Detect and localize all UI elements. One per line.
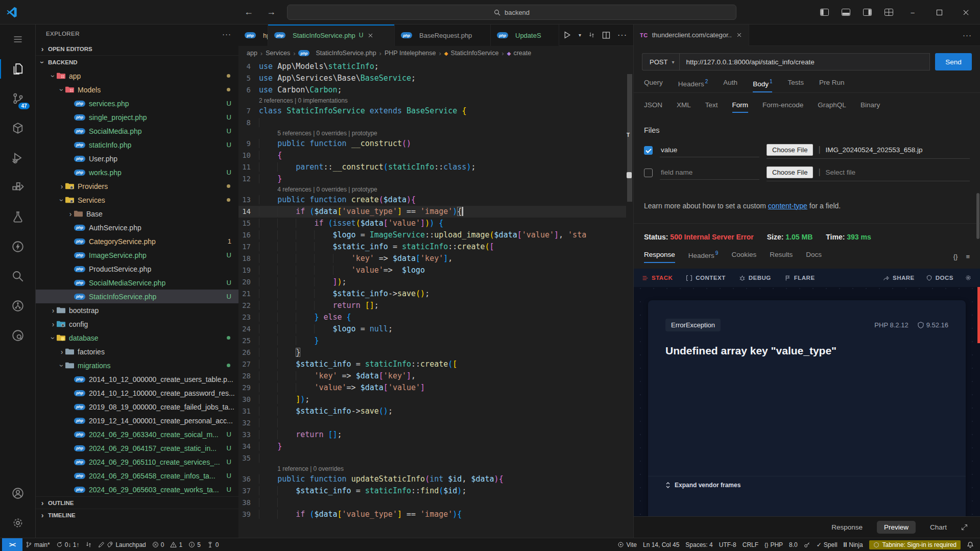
url-input[interactable]: http://127.0.0.1:8000/api/static_info/cr… — [679, 53, 930, 70]
split-editor-icon[interactable] — [602, 31, 610, 39]
maximize-button[interactable] — [928, 0, 950, 25]
field-name-input[interactable]: field name — [660, 166, 759, 180]
activity-settings-gear[interactable] — [0, 508, 36, 538]
tree-item[interactable]: ›factories — [36, 345, 238, 358]
activity-explorer[interactable] — [0, 54, 36, 84]
tree-item[interactable]: phpAuthService.php — [36, 221, 238, 234]
tree-item[interactable]: phpStaticInfoService.phpU — [36, 290, 238, 303]
content-type-link[interactable]: content-type — [768, 202, 807, 210]
codelens[interactable]: 5 references | 0 overrides | prototype — [238, 129, 626, 138]
editor-tab[interactable]: phpUpdateS — [491, 25, 559, 46]
statusbar-bell[interactable] — [964, 538, 977, 551]
code-line[interactable]: 24 $logo = null; — [238, 323, 626, 335]
code-line[interactable]: 5use App\Services\Base\BaseService; — [238, 73, 626, 84]
statusbar-branch[interactable]: main* — [22, 538, 53, 551]
statusbar-target[interactable]: Vite — [614, 538, 639, 551]
tree-item[interactable]: phpProductService.php — [36, 262, 238, 276]
statusbar-check[interactable]: ✓Spell — [814, 538, 841, 551]
remote-indicator[interactable]: >< — [2, 538, 22, 551]
tree-item[interactable]: ›Services — [36, 193, 238, 207]
code-line[interactable]: 17 $static_info = staticInfo::create([ — [238, 241, 626, 253]
code-line[interactable]: 34 } — [238, 441, 626, 452]
activity-extensions[interactable] — [0, 173, 36, 202]
code-line[interactable]: 26 } — [238, 347, 626, 358]
tree-item[interactable]: php2019_08_19_000000_create_failed_jobs_… — [36, 400, 238, 414]
run-dropdown-icon[interactable]: ▾ — [579, 32, 581, 38]
activity-package[interactable] — [0, 113, 36, 143]
activity-thunder-client[interactable] — [0, 232, 36, 261]
code-line[interactable]: 37 $static_info = staticInfo::find($id); — [238, 485, 626, 497]
code-line[interactable]: 11 parent::__construct(staticInfo::class… — [238, 161, 626, 173]
tree-item[interactable]: phpImageService.phpU — [36, 248, 238, 262]
code-line[interactable]: 32 — [238, 417, 626, 429]
code-line[interactable]: 39 if ($data['value_type'] == 'image'){ — [238, 509, 626, 520]
ignition-debug-tab[interactable]: DEBUG — [739, 275, 771, 281]
codelens[interactable]: 4 references | 0 overrides | prototype — [238, 185, 626, 194]
toggle-panel-icon[interactable] — [837, 5, 854, 20]
statusbar-info[interactable]: 5 — [185, 538, 204, 551]
tree-item[interactable]: ›app — [36, 69, 238, 83]
response-tab[interactable]: Docs — [806, 251, 822, 263]
tree-item[interactable]: ›database — [36, 331, 238, 345]
tree-item[interactable]: ›migrations — [36, 358, 238, 372]
code-line[interactable]: 7class StaticInfoService extends BaseSer… — [238, 105, 626, 117]
tree-item[interactable]: phpworks.phpU — [36, 165, 238, 179]
request-tab[interactable]: Query — [644, 79, 663, 92]
code-line[interactable]: 21 $static_info->save(); — [238, 288, 626, 300]
more-actions-button[interactable]: ··· — [617, 31, 627, 40]
panel-scrollbar[interactable] — [976, 193, 979, 239]
thunder-client-tab[interactable]: TC thunderclient.com/categor.. — [634, 25, 749, 46]
code-line[interactable]: 14 if ($data['value_type'] == 'image'){ — [238, 206, 626, 218]
tree-item[interactable]: phpstaticInfo.phpU — [36, 138, 238, 152]
code-line[interactable]: 4use App\Models\staticInfo; — [238, 61, 626, 73]
back-button[interactable]: ← — [244, 7, 253, 17]
ignition-share-button[interactable]: SHARE — [883, 275, 915, 281]
activity-account[interactable] — [0, 478, 36, 508]
statusbar-braces[interactable]: {}PHP — [761, 538, 786, 551]
tree-item[interactable]: phpCategoryService.php1 — [36, 234, 238, 248]
response-tab[interactable]: Headers9 — [688, 250, 719, 264]
method-select[interactable]: POST ▾ — [642, 53, 679, 70]
open-editors-section[interactable]: › OPEN EDITORS — [36, 43, 238, 55]
tree-item[interactable]: ›Models — [36, 83, 238, 97]
minimize-button[interactable]: – — [901, 0, 924, 25]
request-tab[interactable]: Headers2 — [678, 79, 708, 92]
statusbar-compare[interactable] — [82, 538, 95, 551]
statusbar-sync[interactable]: 0↓ 1↑ — [53, 538, 83, 551]
close-button[interactable] — [954, 0, 977, 25]
statusbar-warning[interactable]: 1 — [167, 538, 185, 551]
editor-tab[interactable]: phphp M — [238, 25, 268, 46]
code-line[interactable]: 9 public function __construct() — [238, 138, 626, 150]
statusbar-key[interactable] — [801, 538, 814, 551]
statusbar-crlf[interactable]: CRLF — [739, 538, 761, 551]
code-line[interactable]: 18 'key' => $data['key'], — [238, 253, 626, 265]
code-line[interactable]: 36 public function updateStaticInfo(int … — [238, 473, 626, 485]
code-line[interactable]: 6use Carbon\Carbon; — [238, 84, 626, 96]
statusbar-error[interactable]: 0 — [149, 538, 168, 551]
body-type-tab[interactable]: JSON — [644, 101, 662, 113]
code-line[interactable]: 20 ]); — [238, 276, 626, 288]
body-type-tab[interactable]: Binary — [861, 101, 880, 113]
timeline-section[interactable]: › TIMELINE — [36, 509, 238, 521]
breadcrumb-item[interactable]: phpStaticInfoService.php — [298, 50, 376, 57]
tree-item[interactable]: phpsingle_project.phpU — [36, 110, 238, 124]
breadcrumb[interactable]: app›Services›phpStaticInfoService.php›PH… — [238, 46, 633, 60]
code-line[interactable]: 35 — [238, 452, 626, 464]
close-icon[interactable] — [368, 33, 373, 38]
customize-layout-icon[interactable] — [880, 5, 897, 20]
code-line[interactable]: 10 { — [238, 150, 626, 161]
code-line[interactable]: 19 'value'=> $logo — [238, 265, 626, 276]
panel-more-actions-button[interactable]: ··· — [963, 31, 980, 39]
tree-item[interactable]: php2024_06_29_063340_create_soical_m...U — [36, 427, 238, 441]
editor-tab[interactable]: phpBaseRequest.php — [395, 25, 491, 46]
tree-item[interactable]: php2024_06_29_064157_create_static_in...… — [36, 441, 238, 455]
format-json-icon[interactable]: {} — [953, 253, 958, 260]
body-type-tab[interactable]: Form-encode — [762, 101, 803, 113]
code-line[interactable]: 16 $logo = ImageService::upload_image($d… — [238, 229, 626, 241]
activity-testing[interactable] — [0, 202, 36, 232]
statusbar-ln-14-col-45[interactable]: Ln 14, Col 45 — [640, 538, 682, 551]
command-center-search[interactable]: backend — [287, 5, 736, 20]
tree-item[interactable]: phpSocialMedia.phpU — [36, 124, 238, 138]
file-checkbox[interactable] — [644, 169, 653, 177]
code-line[interactable]: 8 — [238, 117, 626, 129]
